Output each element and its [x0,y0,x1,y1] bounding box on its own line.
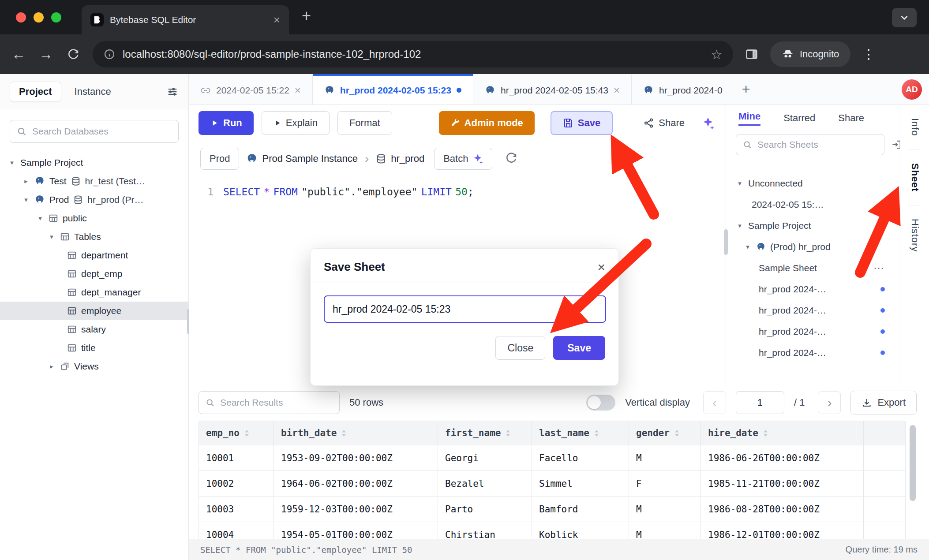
tab-instance[interactable]: Instance [75,86,111,97]
back-button[interactable]: ← [11,46,26,63]
format-button[interactable]: Format [337,111,392,135]
tab-history[interactable]: History [909,205,921,265]
table-cell[interactable]: 1964-06-02T00:00:00Z [274,471,438,497]
sheet-item[interactable]: hr_prod 2024-… [726,279,900,300]
close-icon[interactable]: × [597,261,605,274]
table-cell[interactable]: 10004 [199,522,274,539]
table-cell[interactable]: 1986-08-28T00:00:00Z [701,497,864,522]
explain-button[interactable]: Explain [262,111,330,135]
editor-tab-2[interactable]: hr_prod 2024-02-05 15:43 × [473,74,632,105]
table-cell[interactable]: Bamford [532,497,629,522]
browser-menu-button[interactable]: ⋮ [862,48,875,61]
window-zoom-button[interactable] [51,12,61,22]
chevron-down-icon[interactable]: ▾ [22,196,30,204]
run-button[interactable]: Run [199,111,254,135]
tree-item-table-department[interactable]: department [0,246,188,265]
new-tab-button[interactable]: + [302,8,311,24]
tab-mine[interactable]: Mine [738,111,760,126]
tab-starred[interactable]: Starred [783,112,815,124]
close-icon[interactable]: × [614,85,620,96]
tree-item-table-salary[interactable]: salary [0,320,188,339]
instance-crumb[interactable]: Prod Sample Instance [246,153,357,164]
results-search-input[interactable] [219,397,341,408]
tree-item-table-dept-emp[interactable]: dept_emp [0,265,188,283]
collapse-panel-icon[interactable] [891,139,900,150]
url-text[interactable]: localhost:8080/sql-editor/prod-sample-in… [123,48,704,60]
chevron-right-icon[interactable]: ▸ [22,177,30,185]
previous-page-button[interactable]: ‹ [703,391,726,414]
ai-sparkle-icon[interactable] [701,116,715,130]
tree-item-table-dept-manager[interactable]: dept_manager [0,283,188,302]
table-cell[interactable]: 1986-06-26T00:00:00Z [701,445,864,471]
sheet-item[interactable]: Sample Sheet ⋯ [726,258,900,279]
table-cell[interactable]: Chirstian [438,522,532,539]
table-cell[interactable]: 10003 [199,497,274,522]
close-button[interactable]: Close [495,336,545,360]
window-minimize-button[interactable] [34,12,44,22]
table-cell[interactable]: M [629,445,701,471]
close-icon[interactable]: × [295,85,301,96]
chevron-down-icon[interactable]: ▾ [8,159,16,167]
filter-settings-icon[interactable] [166,86,179,98]
tree-item-test-instance[interactable]: ▸ Test hr_test (Test… [0,172,188,190]
table-cell[interactable]: 10002 [199,471,274,497]
table-cell[interactable]: 1954-05-01T00:00:00Z [274,522,438,539]
window-close-button[interactable] [16,12,26,22]
admin-mode-button[interactable]: Admin mode [439,111,535,135]
code-line[interactable]: 1 SELECT*FROM"public"."employee"LIMIT50; [189,176,726,198]
table-cell[interactable]: 1985-11-21T00:00:00Z [701,471,864,497]
side-panel-icon[interactable] [745,47,759,61]
column-header[interactable]: gender [629,421,701,445]
sheet-connection[interactable]: ▾ (Prod) hr_prod [726,236,900,258]
tree-item-tables[interactable]: ▾ Tables [0,228,188,246]
chevron-down-icon[interactable]: ▾ [744,243,752,251]
site-info-icon[interactable] [103,48,116,60]
table-cell[interactable]: Parto [438,497,532,522]
table-cell[interactable]: Bezalel [438,471,532,497]
tab-share[interactable]: Share [838,112,864,124]
page-number-input[interactable] [736,391,784,414]
bookmark-star-icon[interactable]: ☆ [711,47,723,62]
chevron-down-icon[interactable]: ▾ [36,214,44,222]
chevron-right-icon[interactable]: ▸ [48,362,56,370]
user-avatar[interactable]: AD [902,79,922,100]
results-search[interactable] [199,391,340,414]
table-cell[interactable]: M [629,522,701,539]
tab-sheet[interactable]: Sheet [909,150,921,205]
tree-item-table-title[interactable]: title [0,339,188,357]
add-tab-button[interactable]: + [734,74,758,105]
table-cell[interactable]: 1953-09-02T00:00:00Z [274,445,438,471]
sheet-item[interactable]: hr_prod 2024-… [726,342,900,363]
reload-button[interactable] [65,46,81,63]
column-header[interactable]: emp_no [199,421,274,445]
vertical-display-toggle[interactable] [586,395,615,411]
tree-item-views[interactable]: ▸ Views [0,357,188,376]
editor-tab-3[interactable]: hr_prod 2024-0 [632,74,734,105]
sort-icon[interactable] [341,429,347,437]
table-cell[interactable]: 1959-12-03T00:00:00Z [274,497,438,522]
database-crumb[interactable]: hr_prod [376,153,424,164]
batch-mode-chip[interactable]: Batch [434,148,492,170]
sort-icon[interactable] [505,429,511,437]
column-header[interactable]: last_name [532,421,629,445]
column-header[interactable]: birth_date [274,421,438,445]
sheet-search-input[interactable] [757,139,878,150]
tab-project[interactable]: Project [10,82,61,102]
export-button[interactable]: Export [850,391,917,414]
table-cell[interactable]: Simmel [532,471,629,497]
sheet-search[interactable] [736,134,884,155]
column-header[interactable]: first_name [438,421,532,445]
tree-item-schema-public[interactable]: ▾ public [0,209,188,228]
chevron-down-icon[interactable]: ▾ [736,222,744,230]
database-search-input[interactable] [31,126,172,137]
share-button[interactable]: Share [632,111,696,135]
sheet-name-input[interactable] [324,295,606,323]
column-header[interactable]: hire_date [701,421,864,445]
sheet-item[interactable]: 2024-02-05 15:… [726,194,900,215]
save-sheet-button[interactable]: Save [553,336,605,360]
sheet-item[interactable]: hr_prod 2024-… [726,321,900,342]
address-bar[interactable]: localhost:8080/sql-editor/prod-sample-in… [93,41,733,67]
tab-list-button[interactable] [892,8,917,27]
tree-item-table-employee-selected[interactable]: employee [0,302,188,320]
table-cell[interactable]: Facello [532,445,629,471]
